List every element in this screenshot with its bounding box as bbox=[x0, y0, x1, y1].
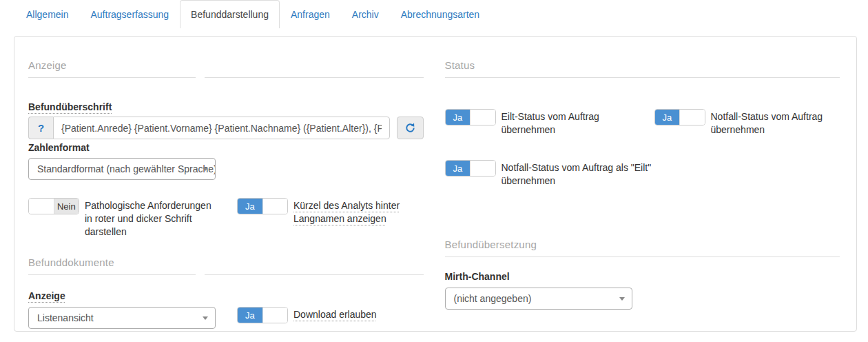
pathologisch-text: Pathologische Anforderungen in roter und… bbox=[85, 198, 221, 239]
tab-befunddarstellung[interactable]: Befunddarstellung bbox=[180, 0, 280, 28]
eilt-status-setting: Ja Eilt-Status vom Auftrag übernehmen bbox=[445, 109, 654, 137]
mirth-channel-select[interactable]: (nicht angegeben) bbox=[445, 288, 632, 310]
refresh-icon bbox=[405, 123, 415, 133]
toggle-label: Ja bbox=[446, 110, 471, 125]
question-mark-icon: ? bbox=[38, 122, 44, 134]
dokumente-anzeige-select[interactable]: Listenansicht bbox=[28, 307, 216, 329]
befunddarstellung-panel: Anzeige Befundüberschrift ? Zahlenformat bbox=[14, 36, 857, 332]
toggle-label: Nein bbox=[54, 199, 79, 214]
tab-abrechnungsarten[interactable]: Abrechnungsarten bbox=[390, 0, 490, 28]
pathologisch-toggle[interactable]: Nein bbox=[28, 198, 79, 214]
section-title: Befunddokumente bbox=[28, 256, 196, 275]
download-toggle[interactable]: Ja bbox=[237, 307, 288, 323]
toggle-handle bbox=[262, 199, 288, 214]
tab-archiv[interactable]: Archiv bbox=[341, 0, 390, 28]
toggle-handle bbox=[470, 161, 495, 176]
reset-button[interactable] bbox=[397, 117, 424, 139]
befundueberschrift-input-group: ? bbox=[28, 117, 424, 139]
chevron-down-icon bbox=[203, 168, 208, 171]
eilt-status-toggle[interactable]: Ja bbox=[445, 109, 496, 125]
chevron-down-icon bbox=[203, 316, 208, 320]
section-header-befunduebersetzung: Befundübersetzung bbox=[445, 239, 840, 257]
section-divider bbox=[205, 59, 424, 78]
pathologisch-setting: Nein Pathologische Anforderungen in rote… bbox=[28, 198, 221, 239]
notfall-status-toggle[interactable]: Ja bbox=[654, 109, 705, 125]
zahlenformat-label: Zahlenformat bbox=[28, 142, 90, 153]
tab-anfragen[interactable]: Anfragen bbox=[280, 0, 341, 28]
toggle-label: Ja bbox=[238, 308, 262, 323]
section-divider bbox=[205, 256, 424, 275]
toggle-label: Ja bbox=[446, 161, 471, 176]
befundueberschrift-label: Befundüberschrift bbox=[28, 101, 112, 112]
toggle-label: Ja bbox=[655, 110, 680, 125]
toggle-handle bbox=[29, 199, 54, 214]
settings-tabbar: Allgemein Auftragserfassung Befunddarste… bbox=[15, 0, 868, 28]
notfall-status-setting: Ja Notfall-Status vom Auftrag übernehmen bbox=[654, 109, 836, 137]
kuerzel-text: Kürzel des Analyts hinter Langnamen anze… bbox=[293, 198, 400, 225]
download-text: Download erlauben bbox=[293, 307, 377, 321]
kuerzel-toggle[interactable]: Ja bbox=[237, 198, 288, 214]
notfall-als-eilt-toggle[interactable]: Ja bbox=[445, 160, 496, 177]
eilt-status-text: Eilt-Status vom Auftrag übernehmen bbox=[502, 109, 620, 137]
tab-allgemein[interactable]: Allgemein bbox=[15, 0, 79, 28]
toggle-handle bbox=[470, 110, 495, 125]
left-column: Anzeige Befundüberschrift ? Zahlenformat bbox=[28, 53, 424, 331]
dokumente-anzeige-label: Anzeige bbox=[28, 290, 65, 301]
mirth-channel-label: Mirth-Channel bbox=[445, 271, 510, 282]
section-title: Status bbox=[445, 59, 840, 78]
notfall-status-text: Notfall-Status vom Auftrag übernehmen bbox=[711, 109, 836, 137]
section-header-status: Status bbox=[445, 59, 840, 78]
section-title: Befundübersetzung bbox=[445, 239, 840, 257]
zahlenformat-selected-value: Standardformat (nach gewählter Sprache) bbox=[37, 163, 216, 174]
section-title: Anzeige bbox=[28, 59, 196, 78]
chevron-down-icon bbox=[619, 297, 625, 301]
tab-auftragserfassung[interactable]: Auftragserfassung bbox=[79, 0, 180, 28]
section-header-anzeige: Anzeige bbox=[28, 59, 424, 78]
mirth-channel-selected-value: (nicht angegeben) bbox=[454, 293, 532, 304]
zahlenformat-select[interactable]: Standardformat (nach gewählter Sprache) bbox=[28, 158, 216, 180]
section-header-befunddokumente: Befunddokumente bbox=[28, 256, 424, 275]
help-button[interactable]: ? bbox=[28, 117, 53, 139]
dokumente-anzeige-selected-value: Listenansicht bbox=[37, 312, 94, 323]
toggle-handle bbox=[679, 110, 705, 125]
kuerzel-setting: Ja Kürzel des Analyts hinter Langnamen a… bbox=[237, 198, 400, 239]
toggle-label: Ja bbox=[238, 199, 262, 214]
befundueberschrift-input[interactable] bbox=[53, 117, 390, 139]
download-setting: Ja Download erlauben bbox=[237, 307, 377, 323]
right-column: Status Ja Eilt-Status vom Auftrag überne… bbox=[445, 53, 840, 331]
toggle-handle bbox=[262, 308, 288, 323]
notfall-als-eilt-setting: Ja Notfall-Status vom Auftrag als "Eilt"… bbox=[445, 160, 654, 188]
notfall-als-eilt-text: Notfall-Status vom Auftrag als "Eilt" üb… bbox=[502, 160, 652, 188]
